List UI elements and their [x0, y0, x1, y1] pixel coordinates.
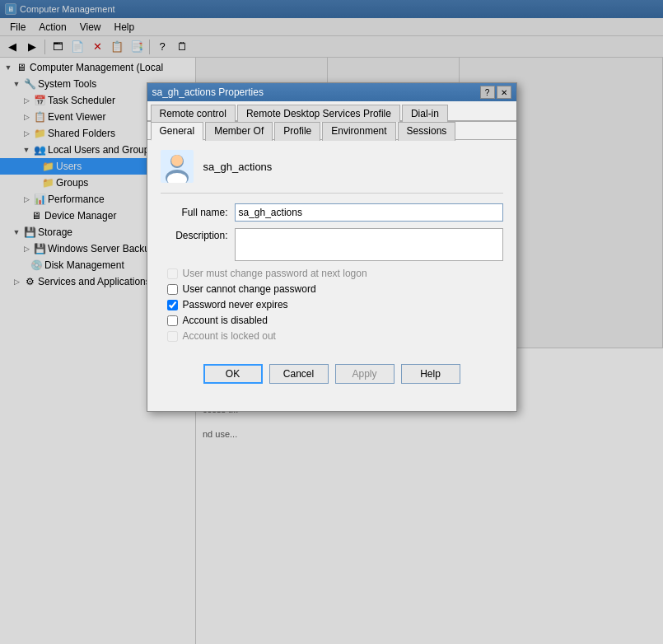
- modal-overlay: sa_gh_actions Properties ? ✕ Remote cont…: [0, 0, 663, 644]
- tab-dial-in[interactable]: Dial-in: [402, 105, 448, 122]
- tab-remote-control[interactable]: Remote control: [151, 105, 236, 122]
- properties-dialog: sa_gh_actions Properties ? ✕ Remote cont…: [147, 82, 517, 412]
- checkbox-cannot-change-label: User cannot change password: [183, 283, 316, 295]
- help-button[interactable]: Help: [401, 364, 460, 384]
- dialog-title-bar: sa_gh_actions Properties ? ✕: [147, 83, 516, 101]
- checkbox-never-expires-row: Password never expires: [167, 299, 503, 310]
- tab-strip-row1: Remote control Remote Desktop Services P…: [147, 101, 516, 122]
- checkbox-locked-label: Account is locked out: [183, 330, 276, 342]
- checkbox-locked[interactable]: [167, 331, 178, 342]
- apply-button[interactable]: Apply: [335, 364, 395, 384]
- checkbox-account-disabled[interactable]: [167, 315, 178, 326]
- cancel-button[interactable]: Cancel: [269, 364, 329, 384]
- avatar: [161, 150, 194, 183]
- dialog-controls: ? ✕: [480, 86, 511, 99]
- tab-remote-desktop[interactable]: Remote Desktop Services Profile: [237, 105, 400, 122]
- checkbox-cannot-change[interactable]: [167, 284, 178, 295]
- dialog-body: sa_gh_actions Full name: Description: Us…: [147, 140, 516, 356]
- dialog-help-btn[interactable]: ?: [480, 86, 495, 99]
- dialog-close-btn[interactable]: ✕: [497, 86, 511, 99]
- tab-profile[interactable]: Profile: [274, 122, 320, 141]
- tab-environment[interactable]: Environment: [322, 122, 395, 141]
- fullname-input[interactable]: [235, 203, 503, 222]
- user-avatar-svg: [161, 150, 194, 183]
- fullname-row: Full name:: [161, 203, 503, 222]
- checkbox-never-expires[interactable]: [167, 300, 178, 310]
- checkbox-disabled-row: Account is disabled: [167, 315, 503, 326]
- checkbox-cannot-change-row: User cannot change password: [167, 283, 503, 295]
- checkbox-never-expires-label: Password never expires: [183, 299, 288, 310]
- description-row: Description:: [161, 228, 503, 261]
- checkbox-must-change-label: User must change password at next logon: [183, 268, 367, 279]
- tab-sessions[interactable]: Sessions: [398, 122, 456, 141]
- checkbox-account-disabled-label: Account is disabled: [183, 315, 268, 326]
- description-input[interactable]: [235, 228, 503, 261]
- checkbox-must-change[interactable]: [167, 268, 178, 279]
- tab-general[interactable]: General: [151, 122, 204, 141]
- fullname-label: Full name:: [161, 207, 235, 218]
- user-header: sa_gh_actions: [161, 150, 503, 194]
- checkbox-must-change-row: User must change password at next logon: [167, 268, 503, 279]
- ok-button[interactable]: OK: [203, 364, 263, 384]
- user-name: sa_gh_actions: [203, 161, 273, 173]
- tab-member-of[interactable]: Member Of: [205, 122, 273, 141]
- dialog-footer: OK Cancel Apply Help: [147, 356, 516, 395]
- svg-point-4: [171, 155, 183, 166]
- dialog-title: sa_gh_actions Properties: [152, 86, 264, 98]
- tab-strip-row2: General Member Of Profile Environment Se…: [147, 122, 516, 140]
- checkbox-locked-row: Account is locked out: [167, 330, 503, 342]
- description-label: Description:: [161, 228, 235, 241]
